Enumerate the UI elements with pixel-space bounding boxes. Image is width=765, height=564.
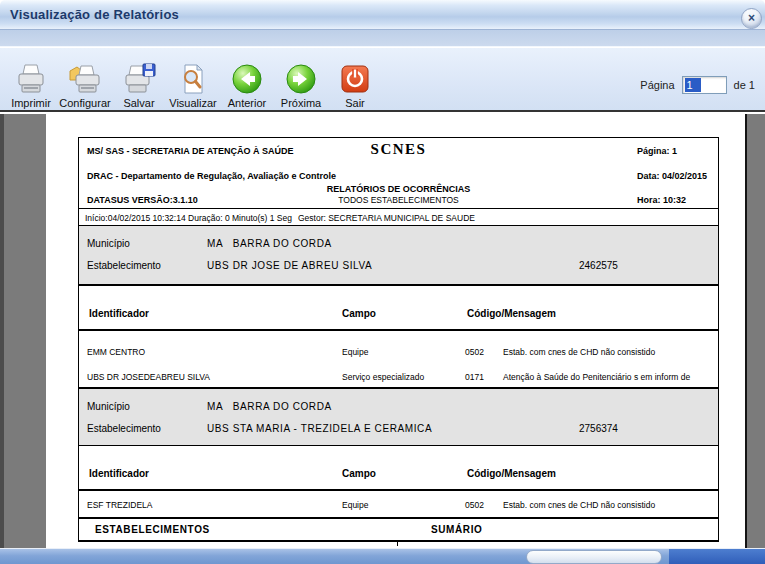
red-power-icon [338,62,372,96]
report-content: MS/ SAS - SECRETARIA DE ATENÇÃO À SAÚDE … [78,137,719,542]
report-preview-area[interactable]: MS/ SAS - SECRETARIA DE ATENÇÃO À SAÚDE … [0,114,765,548]
report-subtitle1: RELATÓRIOS DE OCORRÊNCIAS [79,184,718,194]
previous-page-button-label: Anterior [228,97,267,109]
col-identificador: Identificador [89,308,149,319]
row-identificador: UBS DR JOSEDEABREU SILVA [87,372,210,382]
exit-button-label: Sair [345,97,365,109]
configure-button[interactable]: Configurar [58,51,112,109]
configure-button-label: Configurar [59,97,110,109]
col-codigo-mensagem: Código/Mensagem [467,308,556,319]
row-codigo: 0502 [465,500,484,510]
title-bar: Visualização de Relatórios × [0,0,765,30]
col-campo: Campo [342,468,376,479]
row-campo: Equipe [342,347,368,357]
municipality-band-2: Município MA BARRA DO CORDA Estabelecime… [79,389,718,446]
header-divider [79,208,718,209]
estabelecimento-label: Estabelecimento [87,423,161,434]
print-button-label: Imprimir [11,97,51,109]
horizontal-scrollbar-thumb[interactable] [526,550,662,564]
green-arrow-left-icon [230,62,264,96]
municipio-label: Município [87,238,130,249]
summary-column-divider [397,540,398,546]
report-subtitle2: TODOS ESTABELECIMENTOS [79,195,718,205]
report-org-line2: DRAC - Departamento de Regulação, Avalia… [87,171,336,181]
document-magnifier-icon [176,62,210,96]
green-arrow-right-icon [284,62,318,96]
col-identificador: Identificador [89,468,149,479]
report-time: Hora: 10:32 [637,195,686,205]
report-gestor: Gestor: SECRETARIA MUNICIPAL DE SAUDE [298,213,475,223]
cnes-code: 2756374 [579,423,618,434]
row-identificador: EMM CENTRO [87,347,145,357]
printer-icon [14,62,48,96]
estabelecimento-value: UBS DR JOSE DE ABREU SILVA [207,260,372,271]
municipio-value: MA BARRA DO CORDA [207,238,332,249]
printer-save-icon [122,62,156,96]
preview-button[interactable]: Visualizar [166,51,220,109]
row-codigo: 0171 [465,372,484,382]
print-button[interactable]: Imprimir [4,51,58,109]
report-start-info: Início:04/02/2015 10:32:14 Duração: 0 Mi… [85,213,292,223]
cnes-code: 2462575 [579,260,618,271]
table-header-1: Identificador Campo Código/Mensagem [79,286,718,331]
table-rows-2: ESF TREZIDELA Equipe 0502 Estab. com cne… [79,491,718,519]
col-codigo-mensagem: Código/Mensagem [467,468,556,479]
row-mensagem: Estab. com cnes de CHD não consistido [503,500,655,510]
preview-left-edge [0,114,4,548]
page-number-input[interactable]: 1 [682,76,727,94]
report-date: Data: 04/02/2015 [637,171,707,181]
report-header: MS/ SAS - SECRETARIA DE ATENÇÃO À SAÚDE … [79,138,718,226]
row-mensagem: Atenção à Saúde do Penitenciário s em in… [503,372,690,382]
horizontal-scrollbar-right-segment [669,549,765,564]
summary-estabelecimentos-label: ESTABELECIMENTOS [95,524,210,535]
close-icon: × [748,11,755,25]
next-page-button[interactable]: Próxima [274,51,328,109]
save-button[interactable]: Salvar [112,51,166,109]
row-codigo: 0502 [465,347,484,357]
save-button-label: Salvar [123,97,154,109]
row-campo: Serviço especializado [342,372,424,382]
table-header-2: Identificador Campo Código/Mensagem [79,446,718,491]
window-title: Visualização de Relatórios [10,7,179,22]
col-campo: Campo [342,308,376,319]
horizontal-scrollbar[interactable] [0,548,765,564]
row-identificador: ESF TREZIDELA [87,500,153,510]
previous-page-button[interactable]: Anterior [220,51,274,109]
titlebar-substrip [0,30,765,47]
municipio-value: MA BARRA DO CORDA [207,401,332,412]
page-indicator: Página 1 de 1 [640,76,755,94]
next-page-button-label: Próxima [281,97,321,109]
estabelecimento-value: UBS STA MARIA - TREZIDELA E CERAMICA [207,423,432,434]
preview-button-label: Visualizar [169,97,217,109]
report-page-number: Página: 1 [637,146,677,156]
summary-header: ESTABELECIMENTOS SUMÁRIO [79,519,718,541]
municipio-label: Município [87,401,130,412]
summary-sumario-label: SUMÁRIO [431,524,482,535]
report-title: SCNES [79,141,718,158]
exit-button[interactable]: Sair [328,51,382,109]
page-total-label: de 1 [734,79,755,91]
report-start-line: Início:04/02/2015 10:32:14 Duração: 0 Mi… [85,213,475,223]
row-campo: Equipe [342,500,368,510]
page-number-value: 1 [685,78,701,92]
page-label: Página [640,79,674,91]
row-mensagem: Estab. com cnes de CHD não consistido [503,347,655,357]
municipality-band-1: Município MA BARRA DO CORDA Estabelecime… [79,226,718,286]
printer-config-icon [68,62,102,96]
estabelecimento-label: Estabelecimento [87,260,161,271]
report-page: MS/ SAS - SECRETARIA DE ATENÇÃO À SAÚDE … [46,114,747,548]
close-button[interactable]: × [741,8,762,29]
table-rows-1: EMM CENTRO Equipe 0502 Estab. com cnes d… [79,331,718,389]
